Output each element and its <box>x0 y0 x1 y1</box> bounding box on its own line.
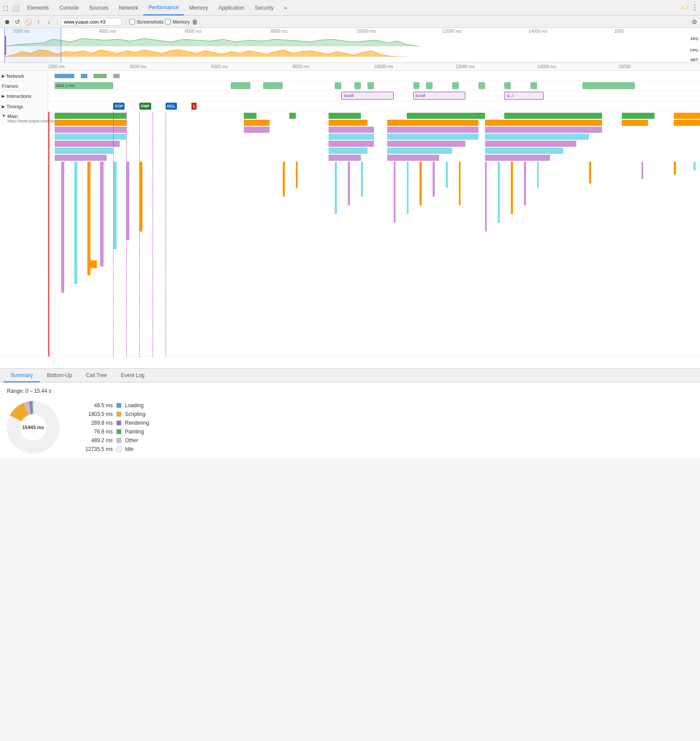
interaction-scroll-3[interactable]: S...l <box>504 92 544 100</box>
fb-o8[interactable] <box>674 120 700 126</box>
fb-o6[interactable] <box>485 120 603 126</box>
fb-t3[interactable] <box>387 134 478 140</box>
interactions-track-label[interactable]: ▶ Interactions <box>0 91 48 101</box>
fb-rs20[interactable] <box>693 162 695 170</box>
fb-p12[interactable] <box>387 155 439 161</box>
fb-p9[interactable] <box>485 141 576 147</box>
fb-p11[interactable] <box>329 155 361 161</box>
tab-event-log[interactable]: Event Log <box>114 369 152 382</box>
frame-pill-1[interactable]: 2641.1 ms <box>55 82 113 89</box>
fb-t4[interactable] <box>485 134 589 140</box>
fb-p3[interactable] <box>329 127 374 133</box>
interaction-scroll-1[interactable]: Scroll <box>341 92 393 100</box>
fb-rs3[interactable] <box>335 162 336 214</box>
fb-rs8[interactable] <box>419 162 421 205</box>
fb-spike2[interactable] <box>74 162 77 284</box>
fb-g7[interactable] <box>622 113 655 119</box>
inspect-icon[interactable]: ⬚ <box>2 3 9 12</box>
refresh-button[interactable]: ↺ <box>13 17 22 26</box>
tab-console[interactable]: Console <box>54 0 84 15</box>
tab-summary[interactable]: Summary <box>3 369 40 382</box>
frame-pill-2[interactable] <box>231 82 250 89</box>
fb-rs15[interactable] <box>524 162 526 205</box>
fb-g1[interactable] <box>55 113 126 119</box>
frame-pill-8[interactable] <box>426 82 433 89</box>
timing-l[interactable]: L <box>191 103 197 110</box>
selection-overlay[interactable] <box>4 28 61 62</box>
fb-rs13[interactable] <box>498 162 499 223</box>
fb-rs6[interactable] <box>394 162 395 223</box>
main-track-label[interactable]: ▼ Main https://www.yuque.com/dashboard <box>0 112 48 124</box>
frame-pill-10[interactable] <box>478 82 485 89</box>
fb-g5[interactable] <box>407 113 485 119</box>
fb-p13[interactable] <box>485 155 550 161</box>
fb-o2[interactable] <box>55 120 126 126</box>
timing-fcp[interactable]: FCP <box>113 103 125 110</box>
fb-t7[interactable] <box>387 148 452 154</box>
timings-track-label[interactable]: ▶ Timings <box>0 101 48 111</box>
fb-rs16[interactable] <box>537 162 539 188</box>
fb-p6[interactable] <box>55 141 120 147</box>
frame-pill-3[interactable] <box>263 82 283 89</box>
timing-dcl[interactable]: DCL <box>166 103 177 110</box>
frame-pill-5[interactable] <box>354 82 361 89</box>
fb-rs12[interactable] <box>485 162 487 232</box>
frame-pill-11[interactable] <box>504 82 511 89</box>
fb-p5[interactable] <box>485 127 603 133</box>
fb-t2[interactable] <box>329 134 374 140</box>
fb-o1[interactable] <box>674 113 700 119</box>
tab-elements[interactable]: Elements <box>22 0 54 15</box>
stop-button[interactable]: 🚫 <box>24 17 32 26</box>
fb-rs7[interactable] <box>407 162 409 214</box>
fb-p7[interactable] <box>329 141 374 147</box>
memory-checkbox[interactable] <box>165 19 171 24</box>
tab-application[interactable]: Application <box>213 0 250 15</box>
record-button[interactable]: ⏺ <box>3 17 11 26</box>
tab-call-tree[interactable]: Call Tree <box>79 369 114 382</box>
fb-rs19[interactable] <box>674 162 676 175</box>
fb-rs9[interactable] <box>433 162 434 197</box>
fb-rs17[interactable] <box>589 162 591 184</box>
fb-rs11[interactable] <box>459 162 461 205</box>
clear-button[interactable]: 🗑 <box>192 18 198 25</box>
fb-t1[interactable] <box>55 134 126 140</box>
fb-p2[interactable] <box>244 127 270 133</box>
fb-t6[interactable] <box>329 148 368 154</box>
fb-g3[interactable] <box>289 113 296 119</box>
fb-rs4[interactable] <box>348 162 350 205</box>
fb-g6[interactable] <box>504 113 602 119</box>
fb-rs10[interactable] <box>446 162 447 188</box>
frame-pill-9[interactable] <box>452 82 459 89</box>
fb-spike1[interactable] <box>61 162 64 293</box>
fb-o5[interactable] <box>387 120 478 126</box>
frame-pill-6[interactable] <box>367 82 374 89</box>
url-select[interactable]: www.yuque.com #3 <box>61 18 122 26</box>
device-icon[interactable]: ⬜ <box>11 3 20 12</box>
fb-rs1[interactable] <box>283 162 284 197</box>
warning-badge[interactable]: ⚠ 2 <box>680 5 689 10</box>
fb-p8[interactable] <box>387 141 465 147</box>
fb-o7[interactable] <box>622 120 648 126</box>
frames-track-label[interactable]: Frames <box>0 81 48 90</box>
fb-rs2[interactable] <box>296 162 298 188</box>
fb-spike3[interactable] <box>87 162 90 275</box>
frame-pill-4[interactable] <box>335 82 341 89</box>
download-button[interactable]: ↓ <box>45 17 53 26</box>
fb-p1[interactable] <box>55 127 126 133</box>
fb-rs5[interactable] <box>361 162 363 197</box>
timing-fmp[interactable]: FMP <box>139 103 151 110</box>
screenshots-checkbox[interactable] <box>129 19 135 24</box>
network-track-label[interactable]: ▶ Network <box>0 71 48 81</box>
settings-button[interactable]: ⚙ <box>692 18 697 25</box>
fb-o4[interactable] <box>329 120 368 126</box>
more-options-icon[interactable]: ⋮ <box>691 3 698 12</box>
fb-t8[interactable] <box>485 148 563 154</box>
frame-pill-13[interactable] <box>582 82 634 89</box>
fb-g2[interactable] <box>244 113 257 119</box>
fb-isolated[interactable] <box>90 260 97 268</box>
tab-sources[interactable]: Sources <box>84 0 114 15</box>
frame-pill-12[interactable] <box>530 82 537 89</box>
tab-performance[interactable]: Performance <box>143 0 184 15</box>
tab-bottom-up[interactable]: Bottom-Up <box>40 369 79 382</box>
fb-g4[interactable] <box>329 113 361 119</box>
